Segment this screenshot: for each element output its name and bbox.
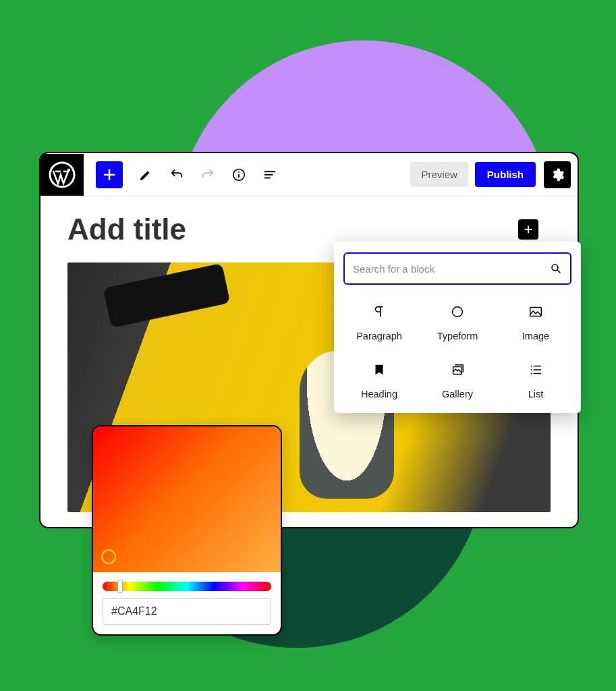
block-search-input[interactable] [353, 263, 550, 275]
toolbar-icon-group [138, 167, 278, 183]
block-paragraph[interactable]: Paragraph [343, 302, 415, 341]
block-label: List [528, 389, 544, 399]
svg-point-18 [531, 373, 532, 375]
svg-point-1 [67, 168, 70, 171]
post-title-input[interactable] [67, 213, 304, 246]
block-label: Image [522, 331, 549, 341]
top-bar: Preview Publish [40, 153, 578, 196]
settings-button[interactable] [544, 161, 571, 188]
svg-point-0 [50, 163, 74, 187]
undo-icon[interactable] [169, 167, 185, 183]
color-saturation-canvas[interactable] [93, 426, 281, 572]
search-icon [550, 262, 562, 275]
svg-point-17 [531, 369, 532, 370]
image-icon [500, 302, 571, 321]
block-label: Paragraph [356, 331, 402, 341]
color-picker-panel [92, 425, 282, 636]
redo-icon [200, 167, 216, 183]
svg-rect-11 [530, 308, 542, 316]
block-search-wrap[interactable] [343, 252, 571, 285]
svg-point-10 [453, 307, 463, 317]
wordpress-logo[interactable] [40, 154, 84, 196]
svg-point-8 [552, 265, 558, 271]
block-label: Typeform [437, 331, 478, 341]
svg-line-9 [557, 270, 560, 273]
info-icon[interactable] [231, 167, 247, 183]
block-list[interactable]: List [500, 360, 571, 399]
svg-point-4 [238, 171, 240, 172]
edit-icon[interactable] [138, 167, 154, 183]
block-label: Gallery [442, 389, 473, 399]
gallery-icon [422, 360, 493, 379]
gear-icon [550, 167, 565, 182]
color-canvas-cursor[interactable] [101, 549, 116, 564]
publish-button[interactable]: Publish [475, 162, 536, 187]
block-grid: Paragraph Typeform Image Heading Gallery [343, 302, 571, 399]
block-label: Heading [361, 389, 397, 399]
paragraph-icon [343, 302, 415, 321]
outline-icon[interactable] [262, 167, 278, 183]
preview-button[interactable]: Preview [410, 162, 468, 187]
add-block-button[interactable] [96, 161, 123, 188]
block-gallery[interactable]: Gallery [422, 360, 493, 399]
list-icon [500, 360, 571, 379]
svg-point-16 [531, 366, 532, 367]
hex-input[interactable] [103, 598, 271, 625]
hue-slider[interactable] [103, 582, 271, 591]
inline-add-block-button[interactable] [518, 219, 538, 240]
heading-icon [343, 360, 415, 379]
block-heading[interactable]: Heading [343, 360, 415, 399]
typeform-icon [422, 302, 493, 321]
hue-slider-handle[interactable] [117, 580, 123, 593]
block-inserter-panel: Paragraph Typeform Image Heading Gallery [334, 242, 581, 413]
block-typeform[interactable]: Typeform [422, 302, 493, 341]
block-image[interactable]: Image [500, 302, 571, 341]
